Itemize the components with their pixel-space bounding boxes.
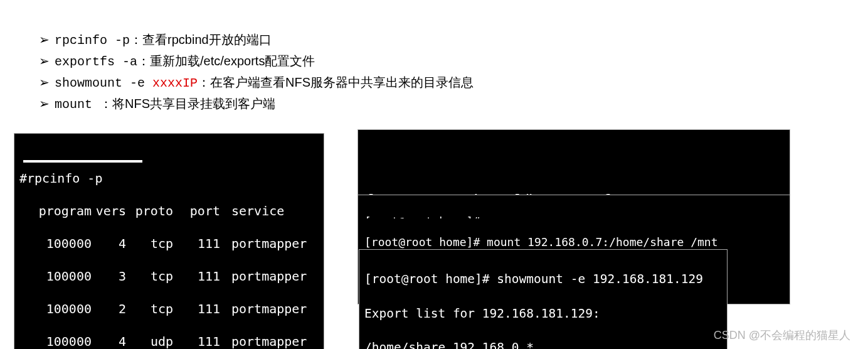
terminal-rpcinfo: #rpcinfo -p programversprotoportservice … <box>14 133 324 349</box>
table-header-row: programversprotoportservice <box>19 203 324 219</box>
bullet-marker-icon: ➢ <box>39 94 50 114</box>
table-row: 1000004tcp111portmapper <box>19 235 324 252</box>
bullet-marker-icon: ➢ <box>39 51 50 72</box>
bullet-marker-icon: ➢ <box>39 73 50 93</box>
terminal-line: /home/share 192.168.0.* <box>364 339 727 349</box>
terminal-line: [root@root home]# mount 192.168.0.7:/hom… <box>364 234 790 250</box>
bullet-text: mount ：将NFS共享目录挂载到客户端 <box>55 94 275 114</box>
terminal-showmount: [root@root home]# showmount -e 192.168.1… <box>359 249 728 349</box>
cut-line: [root@root home]# <box>364 213 790 218</box>
terminal-line: #rpcinfo -p <box>19 170 324 186</box>
bullet-item: ➢ rpcinfo -p：查看rpcbind开放的端口 <box>39 30 868 50</box>
terminal-line: Export list for 192.168.181.129: <box>364 305 727 322</box>
table-row: 1000003tcp111portmapper <box>19 268 324 284</box>
redacted-bar <box>23 160 142 163</box>
watermark-text: CSDN @不会编程的猫星人 <box>714 328 850 343</box>
bullet-item: ➢ mount ：将NFS共享目录挂载到客户端 <box>39 94 868 114</box>
bullet-item: ➢ exportfs -a：重新加载/etc/exports配置文件 <box>39 51 868 72</box>
red-ip-text: xxxxIP <box>152 76 198 90</box>
bullet-text: rpcinfo -p：查看rpcbind开放的端口 <box>55 30 272 50</box>
cut-line: ··························· <box>366 156 790 166</box>
bullet-item: ➢ showmount -e xxxxIP：在客户端查看NFS服务器中共享出来的… <box>39 73 868 93</box>
table-row: 1000004udp111portmapper <box>19 333 324 349</box>
bullet-text: showmount -e xxxxIP：在客户端查看NFS服务器中共享出来的目录… <box>55 73 474 93</box>
bullet-list: ➢ rpcinfo -p：查看rpcbind开放的端口 ➢ exportfs -… <box>0 0 868 114</box>
bullet-text: exportfs -a：重新加载/etc/exports配置文件 <box>55 51 315 72</box>
table-row: 1000002tcp111portmapper <box>19 301 324 317</box>
terminal-line: [root@root home]# showmount -e 192.168.1… <box>364 271 727 287</box>
bullet-marker-icon: ➢ <box>39 30 50 50</box>
